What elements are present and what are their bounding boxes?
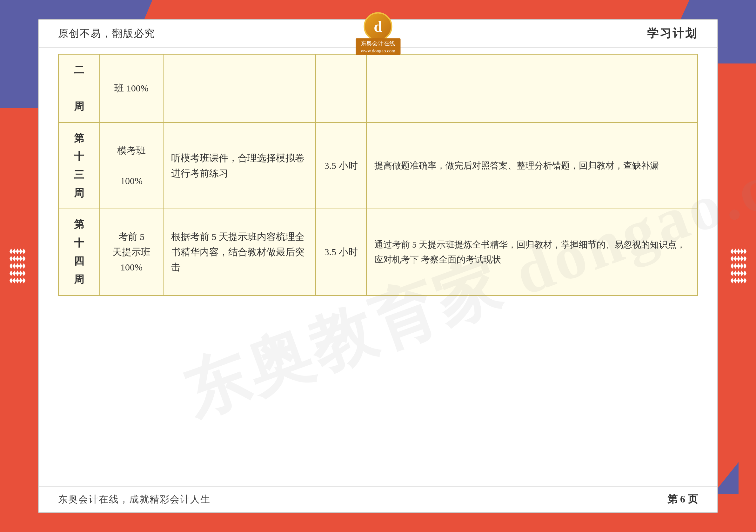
class-cell: 考前 5天提示班100% (100, 209, 163, 295)
notes-cell: 提高做题准确率，做完后对照答案、整理分析错题，回归教材，查缺补漏 (366, 122, 698, 209)
main-container: 原创不易，翻版必究 d 东奥会计在线www.dongao.com 学习计划 二周… (38, 19, 718, 513)
week-cell: 二周 (58, 54, 100, 122)
footer: 东奥会计在线，成就精彩会计人生 第 6 页 (39, 486, 717, 512)
notes-cell: 通过考前 5 天提示班提炼全书精华，回归教材，掌握细节的、易忽视的知识点，应对机… (366, 209, 698, 295)
task-cell (163, 54, 316, 122)
logo: d 东奥会计在线www.dongao.com (356, 12, 400, 55)
class-cell: 班 100% (100, 54, 163, 122)
header-right-text: 学习计划 (647, 26, 698, 41)
table-row: 第十四周 考前 5天提示班100% 根据考前 5 天提示班内容梳理全书精华内容，… (58, 209, 698, 295)
task-cell: 听模考班课件，合理选择模拟卷进行考前练习 (163, 122, 316, 209)
time-cell (316, 54, 366, 122)
table-container: 二周 班 100% 第十三周 模考班100% 听模考班课件，合理选择模拟卷进行考… (39, 48, 717, 486)
logo-ribbon: 东奥会计在线www.dongao.com (356, 38, 400, 55)
footer-left-text: 东奥会计在线，成就精彩会计人生 (58, 493, 210, 506)
footer-right-text: 第 6 页 (667, 492, 698, 506)
zigzag-left-decoration (10, 249, 25, 283)
class-cell: 模考班100% (100, 122, 163, 209)
time-cell: 3.5 小时 (316, 209, 366, 295)
table-row: 二周 班 100% (58, 54, 698, 122)
time-cell: 3.5 小时 (316, 122, 366, 209)
header-left-text: 原创不易，翻版必究 (58, 27, 155, 40)
logo-char: d (374, 18, 382, 35)
table-row: 第十三周 模考班100% 听模考班课件，合理选择模拟卷进行考前练习 3.5 小时… (58, 122, 698, 209)
schedule-table: 二周 班 100% 第十三周 模考班100% 听模考班课件，合理选择模拟卷进行考… (58, 54, 698, 296)
task-cell: 根据考前 5 天提示班内容梳理全书精华内容，结合教材做最后突击 (163, 209, 316, 295)
week-cell: 第十三周 (58, 122, 100, 209)
week-cell: 第十四周 (58, 209, 100, 295)
notes-cell (366, 54, 698, 122)
header: 原创不易，翻版必究 d 东奥会计在线www.dongao.com 学习计划 (39, 20, 717, 48)
logo-circle: d (364, 12, 392, 40)
zigzag-right-decoration (731, 249, 746, 283)
